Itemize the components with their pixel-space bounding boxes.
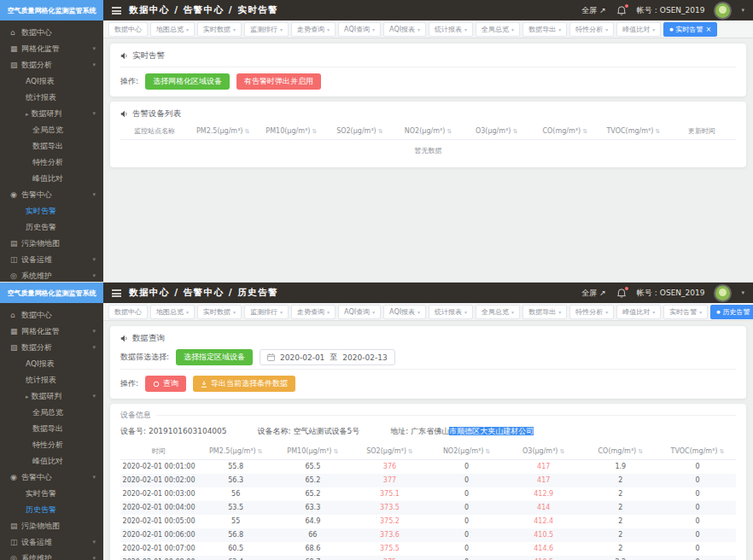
nav-tab[interactable]: 统计报表 <box>429 305 473 319</box>
nav-tab[interactable]: 特性分析 <box>569 22 614 37</box>
nav-tab[interactable]: 数据中心 <box>108 305 148 319</box>
sort-icon[interactable] <box>636 447 643 455</box>
menu-toggle-icon[interactable] <box>112 7 121 15</box>
nav-tab[interactable]: 历史告警 <box>710 305 753 319</box>
user-avatar[interactable] <box>715 286 730 300</box>
select-area-devices-button[interactable]: 选择指定区域设备 <box>176 349 253 365</box>
sort-icon[interactable] <box>406 447 413 455</box>
nav-tab[interactable]: 数据导出 <box>522 305 567 319</box>
nav-tab[interactable]: 走势查询 <box>291 305 336 319</box>
sort-icon[interactable] <box>445 127 452 135</box>
sidebar-item[interactable]: ▦网格化监管▾ <box>0 41 103 57</box>
sort-icon[interactable] <box>581 127 587 135</box>
nav-tab[interactable]: 数据中心 <box>108 22 148 37</box>
nav-tab[interactable]: AQI查询 <box>338 305 381 319</box>
nav-tab[interactable]: 实时告警 <box>663 22 717 37</box>
panel-title: 告警设备列表 <box>132 108 181 120</box>
nav-tab[interactable]: AQI报表 <box>383 22 426 37</box>
sidebar-item[interactable]: ▦网格化监管▾ <box>0 324 103 340</box>
sidebar-item[interactable]: 特性分析 <box>0 155 103 171</box>
nav-tab[interactable]: 特性分析 <box>569 305 614 319</box>
sidebar-item[interactable]: ◫设备运维▾ <box>0 534 103 551</box>
export-data-button[interactable]: 导出当前选择条件数据 <box>193 376 295 392</box>
sidebar-item[interactable]: 历史告警 <box>0 219 103 236</box>
sort-icon[interactable] <box>376 127 383 135</box>
sidebar-item[interactable]: AQI报表 <box>0 73 103 90</box>
sidebar-item[interactable]: ▨数据分析▾ <box>0 57 103 73</box>
screen-history-alerts: 空气质量网格化监测监管系统 数据中心 / 告警中心 / 历史告警 全屏↗ 帐号：… <box>0 283 753 560</box>
sidebar-item[interactable]: ◎系统维护▾ <box>0 268 103 282</box>
nav-tab[interactable]: 走势查询 <box>291 22 336 37</box>
sidebar-item[interactable]: 峰值比对 <box>0 171 103 187</box>
nav-tab[interactable]: 数据导出 <box>522 22 567 37</box>
sidebar-item[interactable]: ▤污染物地图 <box>0 236 103 252</box>
sidebar-item[interactable]: ▸数据研判▾ <box>0 388 103 405</box>
sidebar-item[interactable]: ◫设备运维▾ <box>0 252 103 268</box>
nav-tab[interactable]: AQI查询 <box>338 22 381 37</box>
sidebar-item[interactable]: ⌂数据中心 <box>0 25 103 41</box>
account-caret-icon[interactable]: ▾ <box>741 7 744 14</box>
notification-bell-icon[interactable] <box>617 289 626 298</box>
sort-icon[interactable] <box>558 447 565 455</box>
device-name-value: 空气站测试设备5号 <box>293 427 359 435</box>
device-ops-icon: ◫ <box>10 252 21 268</box>
sidebar-item[interactable]: ◉告警中心▾ <box>0 470 103 486</box>
sidebar-item[interactable]: 全局总览 <box>0 122 103 138</box>
chevron-down-icon: ▾ <box>92 187 96 203</box>
user-avatar[interactable] <box>715 3 730 18</box>
download-icon <box>201 381 207 388</box>
nav-tab[interactable]: 监测排行 <box>244 305 289 319</box>
sort-icon[interactable] <box>243 127 250 135</box>
sidebar-item[interactable]: 实时告警 <box>0 203 103 219</box>
sidebar-item[interactable]: 全局总览 <box>0 405 103 421</box>
nav-tab[interactable]: 全局总览 <box>476 305 520 319</box>
nav-tab[interactable]: 实时数据 <box>197 305 242 319</box>
sort-icon[interactable] <box>483 447 490 455</box>
nav-tab[interactable]: 地图总览 <box>150 305 195 319</box>
chevron-down-icon: ▾ <box>92 106 96 122</box>
sidebar-item[interactable]: 特性分析 <box>0 437 103 453</box>
sidebar-item[interactable]: ▤污染物地图 <box>0 518 103 534</box>
nav-tab[interactable]: 实时数据 <box>197 22 242 37</box>
nav-tab[interactable]: 峰值比对 <box>616 305 661 319</box>
nav-tab[interactable]: 统计报表 <box>429 22 473 37</box>
query-button[interactable]: 查询 <box>145 376 186 392</box>
sort-icon[interactable] <box>310 127 317 135</box>
sidebar-item[interactable]: ◉告警中心▾ <box>0 187 103 203</box>
select-grid-devices-button[interactable]: 选择网格化区域设备 <box>145 73 230 90</box>
nav-tab[interactable]: 全局总览 <box>476 22 520 37</box>
sidebar-item[interactable]: 实时告警 <box>0 486 103 502</box>
sidebar-item[interactable]: 数据导出 <box>0 138 103 155</box>
sidebar-item[interactable]: AQI报表 <box>0 356 103 372</box>
device-info-row: 设备号: 2019101603104005 设备名称: 空气站测试设备5号 地址… <box>120 426 736 437</box>
nav-tab[interactable]: 监测排行 <box>244 22 289 37</box>
table-row: 2020-02-01 00:03:005665.2375.10412.920 <box>120 487 736 501</box>
fullscreen-button[interactable]: 全屏↗ <box>581 5 606 16</box>
nav-tab[interactable]: 地图总览 <box>150 22 195 37</box>
horn-icon <box>120 52 128 60</box>
sort-icon[interactable] <box>511 127 517 135</box>
sidebar-item[interactable]: 统计报表 <box>0 372 103 388</box>
sort-icon[interactable] <box>331 447 338 455</box>
sidebar-item[interactable]: ▸数据研判▾ <box>0 106 103 122</box>
sidebar-item[interactable]: 统计报表 <box>0 90 103 106</box>
date-start-value: 2020-02-01 <box>280 353 324 362</box>
fullscreen-button[interactable]: 全屏↗ <box>581 288 606 299</box>
date-range-picker[interactable]: 2020-02-01 至 2020-02-13 <box>260 349 395 365</box>
sort-icon[interactable] <box>653 127 660 135</box>
sidebar-item[interactable]: 历史告警 <box>0 502 103 518</box>
notification-bell-icon[interactable] <box>617 6 626 15</box>
nav-tab[interactable]: AQI报表 <box>383 305 426 319</box>
sidebar-item[interactable]: ▨数据分析▾ <box>0 340 103 356</box>
sidebar-item[interactable]: ⌂数据中心 <box>0 307 103 324</box>
account-caret-icon[interactable]: ▾ <box>741 289 744 296</box>
sort-icon[interactable] <box>717 447 724 455</box>
sidebar-item[interactable]: ◎系统维护▾ <box>0 551 103 560</box>
nav-tab[interactable]: 峰值比对 <box>616 22 661 37</box>
sidebar-item[interactable]: 峰值比对 <box>0 453 103 470</box>
nav-tab[interactable]: 实时告警 <box>663 305 708 319</box>
sidebar-item[interactable]: 数据导出 <box>0 421 103 437</box>
sort-icon[interactable] <box>256 447 263 455</box>
alert-popup-toggle-button[interactable]: 有告警时弹出并启用 <box>236 73 321 90</box>
menu-toggle-icon[interactable] <box>112 289 121 297</box>
